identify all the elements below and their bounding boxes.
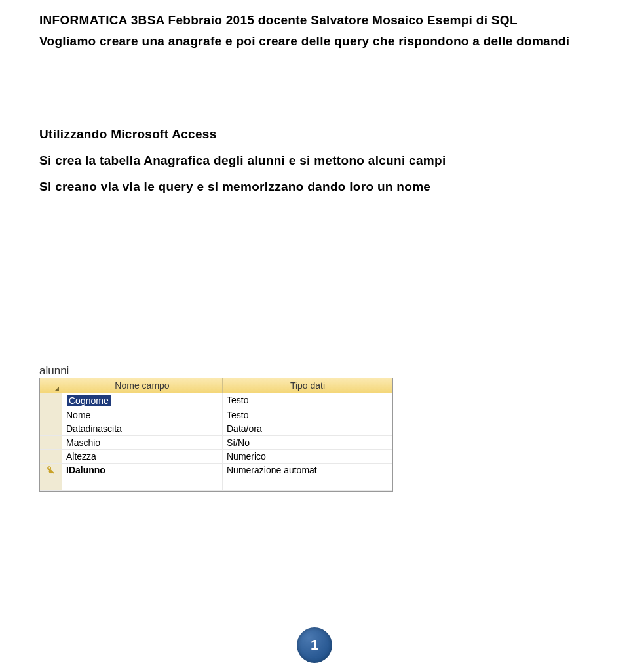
- access-fields-table: Nome campo Tipo dati Cognome Testo Nome …: [39, 378, 393, 492]
- body-text-2: Si creano via via le query e si memorizz…: [39, 180, 590, 194]
- row-selector[interactable]: [40, 464, 62, 477]
- table-row[interactable]: IDalunno Numerazione automat: [40, 464, 392, 477]
- table-row-empty[interactable]: [40, 477, 392, 491]
- dropdown-triangle-icon: [55, 383, 59, 391]
- cell-field-type[interactable]: Testo: [223, 393, 392, 408]
- cell-field-name[interactable]: Nome: [62, 408, 223, 422]
- table-row[interactable]: Cognome Testo: [40, 393, 392, 408]
- row-selector[interactable]: [40, 477, 62, 490]
- table-select-all-corner[interactable]: [40, 378, 62, 393]
- table-row[interactable]: Altezza Numerico: [40, 450, 392, 464]
- cell-field-name[interactable]: [62, 477, 223, 490]
- table-area: alunni Nome campo Tipo dati Cognome Test…: [39, 365, 590, 492]
- row-selector[interactable]: [40, 408, 62, 422]
- cell-field-type[interactable]: [223, 477, 392, 490]
- cell-field-name[interactable]: Altezza: [62, 450, 223, 463]
- table-row[interactable]: Nome Testo: [40, 408, 392, 422]
- cell-field-type[interactable]: Sì/No: [223, 436, 392, 449]
- row-selector[interactable]: [40, 422, 62, 435]
- cell-field-type[interactable]: Data/ora: [223, 422, 392, 435]
- primary-key-icon: [47, 465, 56, 476]
- row-selector[interactable]: [40, 436, 62, 449]
- section-title: Utilizzando Microsoft Access: [39, 127, 590, 142]
- document-subtitle: Vogliamo creare una anagrafe e poi crear…: [39, 34, 590, 49]
- table-caption: alunni: [39, 365, 590, 378]
- cell-field-name[interactable]: Cognome: [62, 393, 223, 408]
- column-header-name[interactable]: Nome campo: [62, 378, 223, 393]
- selected-field-name[interactable]: Cognome: [67, 395, 111, 406]
- page-number-badge: 1: [297, 627, 332, 663]
- cell-field-name[interactable]: Datadinascita: [62, 422, 223, 435]
- table-row[interactable]: Maschio Sì/No: [40, 436, 392, 450]
- cell-field-type[interactable]: Numerazione automat: [223, 464, 392, 477]
- column-header-type[interactable]: Tipo dati: [223, 378, 392, 393]
- table-header-row: Nome campo Tipo dati: [40, 378, 392, 393]
- cell-field-name[interactable]: IDalunno: [62, 464, 223, 477]
- row-selector[interactable]: [40, 450, 62, 463]
- cell-field-type[interactable]: Testo: [223, 408, 392, 422]
- body-text-1: Si crea la tabella Anagrafica degli alun…: [39, 153, 590, 168]
- table-row[interactable]: Datadinascita Data/ora: [40, 422, 392, 436]
- cell-field-type[interactable]: Numerico: [223, 450, 392, 463]
- cell-field-name[interactable]: Maschio: [62, 436, 223, 449]
- document-header: INFORMATICA 3BSA Febbraio 2015 docente S…: [39, 13, 590, 28]
- row-selector[interactable]: [40, 393, 62, 408]
